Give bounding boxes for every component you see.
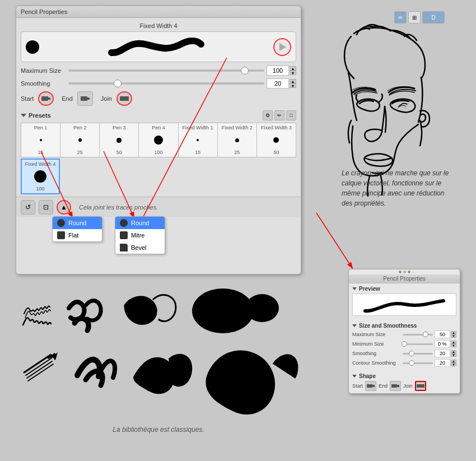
smoothing-label: Smoothing [21,80,68,87]
face-tool-btn1[interactable]: ✏ [394,11,407,24]
start-cap-button[interactable] [38,91,54,106]
mini-contour-stepper[interactable]: ▲ ▼ [451,360,456,366]
close-dot[interactable] [399,271,402,273]
mini-size-header: Size and Smoothness [352,323,456,329]
mini-min-stepper[interactable]: ▲ ▼ [451,341,456,347]
end-cap-button[interactable] [77,91,93,106]
smoothing-row: Smoothing 20 ▲ ▼ [21,78,296,89]
preset-pen3[interactable]: Pen 3 50 [100,123,139,157]
mini-min-size-value[interactable]: 0 % [435,340,450,348]
smoothing-slider[interactable] [68,82,264,85]
svg-rect-9 [372,385,375,387]
bottom-toolbar: ↺ ⊡ ▲ Cela joint les tracés proches. [16,197,301,217]
mini-smoothing-down[interactable]: ▼ [451,353,456,357]
brush-preview-area [21,31,296,62]
mini-min-down[interactable]: ▼ [451,344,456,347]
join-round-icon [120,219,128,227]
preset-fw2[interactable]: Fixed Width 2 25 [218,123,257,157]
face-sketch-area: ✏ ⊞ D [287,6,460,274]
minimize-dot[interactable] [403,271,406,273]
start-flat-label: Flat [68,232,78,239]
mini-smoothing-value[interactable]: 20 [435,350,450,357]
mini-max-down[interactable]: ▼ [451,334,456,338]
svg-rect-11 [397,385,399,387]
mini-smoothing-thumb[interactable] [409,351,414,356]
mini-start-cap[interactable] [365,381,376,391]
align-btn[interactable]: ⊡ [39,200,53,215]
mini-min-size-label: Minimum Size [352,341,403,347]
smoothing-value[interactable]: 20 [267,78,289,89]
join-round-option[interactable]: Round [115,217,165,229]
smoothing-thumb[interactable] [114,80,122,87]
mini-max-size-value[interactable]: 50 [435,330,450,338]
join-bevel-option[interactable]: Bevel [115,241,165,254]
bottom-section: La bibliothèque est classiques. [16,286,301,434]
join-mitre-label: Mitre [131,232,144,239]
mini-max-size-slider[interactable] [403,334,433,336]
mini-contour-label: Contour Smoothing [352,360,403,366]
mini-contour-row: Contour Smoothing 20 ▲ ▼ [352,359,456,367]
mini-min-size-thumb[interactable] [402,341,407,347]
max-size-thumb[interactable] [241,67,249,74]
svg-rect-10 [391,384,397,388]
svg-rect-1 [48,97,50,100]
join-cap-button[interactable] [116,91,132,106]
join-dropdown: Round Mitre Bevel [115,216,165,254]
expand-dot[interactable] [408,271,410,273]
mini-join-cap[interactable] [415,381,426,391]
max-size-row: Maximum Size 100 ▲ ▼ [21,66,296,76]
mini-max-stepper[interactable]: ▲ ▼ [451,331,456,338]
mini-contour-down[interactable]: ▼ [451,363,456,366]
brush-samples-svg [16,286,301,420]
preset-pen2[interactable]: Pen 2 25 [60,123,100,157]
mini-contour-slider[interactable] [403,362,433,364]
mini-end-label: End [379,383,388,389]
start-round-option[interactable]: Round [53,217,102,229]
mini-end-cap[interactable] [390,381,401,391]
french-text-content: Le crayon, qui ne marche que sur le calq… [342,169,449,207]
face-tool-btn2[interactable]: ⊞ [408,11,421,24]
join-bevel-icon [120,244,128,252]
start-dropdown: Round Flat [52,216,102,242]
flat-icon [57,231,65,239]
mini-size-collapse[interactable] [352,324,357,327]
mini-smoothing-stepper[interactable]: ▲ ▼ [451,350,456,357]
mini-max-size-label: Maximum Size [352,332,403,337]
join-bevel-label: Bevel [131,244,147,251]
mini-contour-thumb[interactable] [409,360,414,366]
play-icon [279,43,286,51]
mini-preview-section: Preview [349,283,460,320]
brush-name: Fixed Width 4 [21,22,296,29]
mini-start-label: Start [352,383,363,389]
mini-max-size-thumb[interactable] [423,332,428,337]
preset-pen1[interactable]: Pen 1 15 [21,123,60,157]
mini-preview-collapse[interactable] [352,287,357,290]
mini-smoothing-slider[interactable] [403,353,433,355]
svg-rect-12 [417,384,421,388]
join-round-label: Round [131,220,149,226]
mini-contour-value[interactable]: 20 [435,359,450,367]
face-tool-btn3[interactable]: D [422,11,445,24]
mini-shape-header: Shape [352,373,456,379]
start-flat-option[interactable]: Flat [53,229,102,241]
presets-edit-btn[interactable]: ✏ [274,110,284,120]
preset-fw1[interactable]: Fixed Width 1 15 [179,123,218,157]
refresh-btn[interactable]: ↺ [21,200,35,215]
connect-strokes-btn[interactable]: ▲ [57,200,71,215]
mini-shape-collapse[interactable] [352,375,357,378]
max-size-value[interactable]: 100 [267,66,289,76]
mini-min-size-slider[interactable] [403,343,433,345]
join-mitre-option[interactable]: Mitre [115,229,165,241]
mini-shape-section: Shape Start End Join [349,371,460,393]
presets-grid-row1: Pen 1 15 Pen 2 25 Pen 3 50 Pen 4 100 Fix… [21,123,296,157]
presets-settings-btn[interactable]: ⚙ [263,110,273,120]
preset-pen4[interactable]: Pen 4 100 [139,123,178,157]
presets-collapse-icon[interactable] [21,114,26,117]
round-icon [57,219,65,227]
presets-header: Presets ⚙ ✏ □ [21,110,296,120]
mini-size-section: Size and Smoothness Maximum Size 50 ▲ ▼ … [349,320,460,371]
svg-rect-2 [81,96,87,101]
start-label: Start [21,95,34,102]
preset-fw4-selected[interactable]: Fixed Width 4 100 [21,159,60,194]
max-size-slider[interactable] [68,69,264,72]
